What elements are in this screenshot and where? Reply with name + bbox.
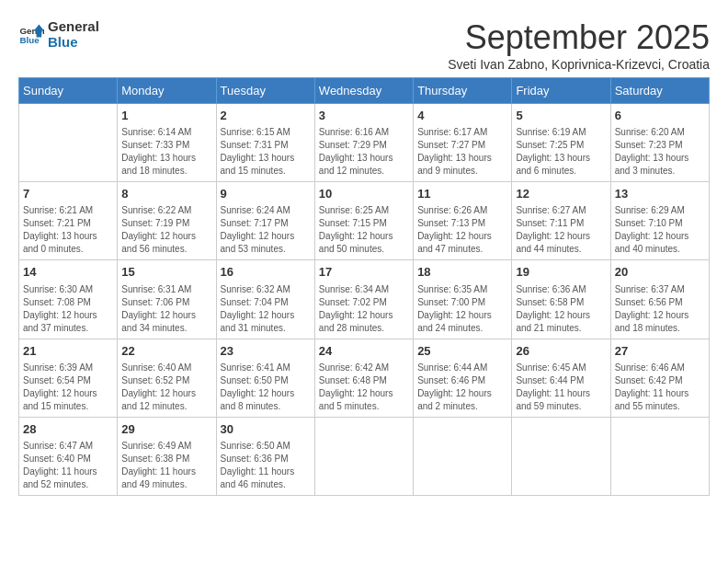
day-number: 5 <box>516 108 606 124</box>
day-content: Sunrise: 6:29 AMSunset: 7:10 PMDaylight:… <box>615 204 705 256</box>
day-content: Sunrise: 6:31 AMSunset: 7:06 PMDaylight:… <box>121 283 211 335</box>
day-header-saturday: Saturday <box>610 78 709 104</box>
day-number: 10 <box>319 186 409 202</box>
day-content: Sunrise: 6:39 AMSunset: 6:54 PMDaylight:… <box>23 362 113 413</box>
day-number: 7 <box>23 186 113 202</box>
day-content: Sunrise: 6:25 AMSunset: 7:15 PMDaylight:… <box>319 204 409 256</box>
calendar-cell <box>512 417 610 495</box>
day-content: Sunrise: 6:20 AMSunset: 7:23 PMDaylight:… <box>615 126 705 178</box>
day-number: 23 <box>221 343 311 360</box>
calendar-cell: 25Sunrise: 6:44 AMSunset: 6:46 PMDayligh… <box>414 339 512 417</box>
day-content: Sunrise: 6:19 AMSunset: 7:25 PMDaylight:… <box>516 126 606 178</box>
day-content: Sunrise: 6:40 AMSunset: 6:52 PMDaylight:… <box>121 362 211 413</box>
day-header-sunday: Sunday <box>19 78 118 104</box>
calendar-cell: 9Sunrise: 6:24 AMSunset: 7:17 PMDaylight… <box>216 182 314 260</box>
calendar-cell: 6Sunrise: 6:20 AMSunset: 7:23 PMDaylight… <box>610 104 709 182</box>
day-number: 2 <box>221 108 311 124</box>
calendar-cell: 17Sunrise: 6:34 AMSunset: 7:02 PMDayligh… <box>314 260 413 339</box>
calendar-cell: 30Sunrise: 6:50 AMSunset: 6:36 PMDayligh… <box>216 417 314 495</box>
header: General Blue General Blue September 2025… <box>18 18 710 72</box>
week-row-3: 14Sunrise: 6:30 AMSunset: 7:08 PMDayligh… <box>19 260 710 339</box>
day-content: Sunrise: 6:21 AMSunset: 7:21 PMDaylight:… <box>23 204 113 256</box>
calendar-cell: 11Sunrise: 6:26 AMSunset: 7:13 PMDayligh… <box>414 182 512 260</box>
day-header-wednesday: Wednesday <box>314 78 413 104</box>
day-content: Sunrise: 6:47 AMSunset: 6:40 PMDaylight:… <box>23 440 113 491</box>
calendar-cell: 18Sunrise: 6:35 AMSunset: 7:00 PMDayligh… <box>414 260 512 339</box>
calendar-cell <box>314 417 413 495</box>
day-content: Sunrise: 6:35 AMSunset: 7:00 PMDaylight:… <box>417 283 507 335</box>
calendar-cell: 16Sunrise: 6:32 AMSunset: 7:04 PMDayligh… <box>216 260 314 339</box>
title-area: September 2025 Sveti Ivan Zabno, Koprivn… <box>448 18 710 72</box>
calendar-cell: 26Sunrise: 6:45 AMSunset: 6:44 PMDayligh… <box>512 339 610 417</box>
calendar-cell: 22Sunrise: 6:40 AMSunset: 6:52 PMDayligh… <box>118 339 216 417</box>
day-content: Sunrise: 6:32 AMSunset: 7:04 PMDaylight:… <box>221 283 311 335</box>
day-number: 24 <box>319 343 409 360</box>
calendar-cell: 5Sunrise: 6:19 AMSunset: 7:25 PMDaylight… <box>512 104 610 182</box>
calendar-cell: 15Sunrise: 6:31 AMSunset: 7:06 PMDayligh… <box>118 260 216 339</box>
day-content: Sunrise: 6:36 AMSunset: 6:58 PMDaylight:… <box>516 283 606 335</box>
day-number: 4 <box>417 108 507 124</box>
day-content: Sunrise: 6:37 AMSunset: 6:56 PMDaylight:… <box>615 283 705 335</box>
day-number: 14 <box>23 264 113 281</box>
day-content: Sunrise: 6:16 AMSunset: 7:29 PMDaylight:… <box>319 126 409 178</box>
day-content: Sunrise: 6:49 AMSunset: 6:38 PMDaylight:… <box>121 440 211 491</box>
calendar-cell: 7Sunrise: 6:21 AMSunset: 7:21 PMDaylight… <box>19 182 118 260</box>
day-content: Sunrise: 6:26 AMSunset: 7:13 PMDaylight:… <box>417 204 507 256</box>
week-row-1: 1Sunrise: 6:14 AMSunset: 7:33 PMDaylight… <box>19 104 710 182</box>
day-number: 12 <box>516 186 606 202</box>
day-number: 19 <box>516 264 606 281</box>
day-number: 26 <box>516 343 606 360</box>
calendar-cell: 28Sunrise: 6:47 AMSunset: 6:40 PMDayligh… <box>19 417 118 495</box>
calendar-cell: 1Sunrise: 6:14 AMSunset: 7:33 PMDaylight… <box>118 104 216 182</box>
day-content: Sunrise: 6:24 AMSunset: 7:17 PMDaylight:… <box>221 204 311 256</box>
day-content: Sunrise: 6:14 AMSunset: 7:33 PMDaylight:… <box>121 126 211 178</box>
calendar-table: SundayMondayTuesdayWednesdayThursdayFrid… <box>18 77 710 496</box>
day-number: 18 <box>417 264 507 281</box>
day-header-monday: Monday <box>118 78 216 104</box>
calendar-cell: 13Sunrise: 6:29 AMSunset: 7:10 PMDayligh… <box>610 182 709 260</box>
calendar-cell: 2Sunrise: 6:15 AMSunset: 7:31 PMDaylight… <box>216 104 314 182</box>
day-content: Sunrise: 6:44 AMSunset: 6:46 PMDaylight:… <box>417 362 507 413</box>
logo-line1: General <box>48 18 99 34</box>
day-number: 15 <box>121 264 211 281</box>
day-content: Sunrise: 6:22 AMSunset: 7:19 PMDaylight:… <box>121 204 211 256</box>
location-subtitle: Sveti Ivan Zabno, Koprivnica-Krizevci, C… <box>448 57 710 72</box>
day-number: 8 <box>121 186 211 202</box>
day-content: Sunrise: 6:15 AMSunset: 7:31 PMDaylight:… <box>221 126 311 178</box>
calendar-cell: 3Sunrise: 6:16 AMSunset: 7:29 PMDaylight… <box>314 104 413 182</box>
calendar-cell: 20Sunrise: 6:37 AMSunset: 6:56 PMDayligh… <box>610 260 709 339</box>
day-content: Sunrise: 6:27 AMSunset: 7:11 PMDaylight:… <box>516 204 606 256</box>
calendar-cell: 21Sunrise: 6:39 AMSunset: 6:54 PMDayligh… <box>19 339 118 417</box>
day-number: 16 <box>221 264 311 281</box>
calendar-cell: 10Sunrise: 6:25 AMSunset: 7:15 PMDayligh… <box>314 182 413 260</box>
week-row-2: 7Sunrise: 6:21 AMSunset: 7:21 PMDaylight… <box>19 182 710 260</box>
day-number: 1 <box>121 108 211 124</box>
calendar-cell: 23Sunrise: 6:41 AMSunset: 6:50 PMDayligh… <box>216 339 314 417</box>
day-number: 17 <box>319 264 409 281</box>
logo-line2: Blue <box>48 34 99 50</box>
day-number: 30 <box>221 421 311 438</box>
calendar-cell: 8Sunrise: 6:22 AMSunset: 7:19 PMDaylight… <box>118 182 216 260</box>
day-content: Sunrise: 6:50 AMSunset: 6:36 PMDaylight:… <box>221 440 311 491</box>
day-number: 6 <box>615 108 705 124</box>
day-number: 28 <box>23 421 113 438</box>
day-content: Sunrise: 6:17 AMSunset: 7:27 PMDaylight:… <box>417 126 507 178</box>
day-header-friday: Friday <box>512 78 610 104</box>
calendar-cell: 19Sunrise: 6:36 AMSunset: 6:58 PMDayligh… <box>512 260 610 339</box>
calendar-cell <box>19 104 118 182</box>
day-content: Sunrise: 6:42 AMSunset: 6:48 PMDaylight:… <box>319 362 409 413</box>
day-content: Sunrise: 6:30 AMSunset: 7:08 PMDaylight:… <box>23 283 113 335</box>
day-number: 20 <box>615 264 705 281</box>
day-header-tuesday: Tuesday <box>216 78 314 104</box>
day-header-thursday: Thursday <box>414 78 512 104</box>
calendar-cell <box>414 417 512 495</box>
day-number: 11 <box>417 186 507 202</box>
header-row: SundayMondayTuesdayWednesdayThursdayFrid… <box>19 78 710 104</box>
logo-icon: General Blue <box>18 21 44 47</box>
calendar-cell: 14Sunrise: 6:30 AMSunset: 7:08 PMDayligh… <box>19 260 118 339</box>
calendar-cell: 29Sunrise: 6:49 AMSunset: 6:38 PMDayligh… <box>118 417 216 495</box>
day-content: Sunrise: 6:34 AMSunset: 7:02 PMDaylight:… <box>319 283 409 335</box>
day-number: 22 <box>121 343 211 360</box>
day-number: 25 <box>417 343 507 360</box>
day-number: 9 <box>221 186 311 202</box>
